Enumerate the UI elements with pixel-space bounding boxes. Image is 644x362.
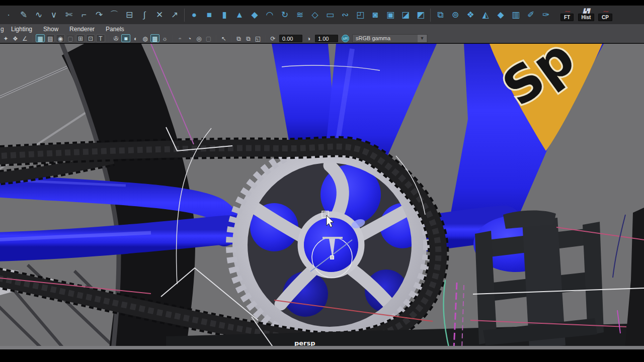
- separator: [108, 35, 109, 42]
- edit-point-icon[interactable]: ·: [3, 9, 15, 22]
- boundary-icon[interactable]: ◙: [369, 9, 381, 22]
- perspective-viewport[interactable]: Sp: [0, 44, 644, 349]
- textured-icon[interactable]: ▩: [150, 34, 159, 42]
- loft-icon[interactable]: ≋: [294, 9, 306, 22]
- detach-curve-icon[interactable]: ⊟: [123, 9, 135, 22]
- pen-surface-icon[interactable]: ✑: [540, 9, 552, 22]
- revolve-icon[interactable]: ↻: [279, 9, 291, 22]
- film-gate-icon[interactable]: ▤: [46, 34, 55, 42]
- gate-mask-icon[interactable]: ▢: [66, 34, 75, 42]
- redirect-curve-icon[interactable]: ↷: [93, 9, 105, 22]
- separator: [32, 35, 33, 42]
- snap-icon[interactable]: ❖: [11, 34, 20, 42]
- safe-title-icon[interactable]: T: [96, 34, 105, 42]
- extrude-icon[interactable]: ▭: [324, 9, 336, 22]
- menu-panels[interactable]: Panels: [101, 25, 129, 33]
- separator: [172, 35, 173, 42]
- separator: [216, 35, 216, 42]
- camera-label: persp: [294, 339, 315, 347]
- separator: [265, 35, 266, 42]
- arc-tool-icon[interactable]: ⌒: [108, 9, 120, 22]
- antialiasing-icon[interactable]: ◎: [195, 34, 203, 42]
- grid-icon[interactable]: ▦: [36, 34, 45, 42]
- sculpt-surface-icon[interactable]: ◆: [495, 9, 507, 22]
- hist-label: Hist: [578, 14, 595, 21]
- resolution-gate-icon[interactable]: ◉: [56, 34, 65, 42]
- chevron-down-icon: ▼: [418, 35, 427, 42]
- menu-renderer[interactable]: Renderer: [65, 25, 99, 33]
- exposure-field[interactable]: 0.00: [279, 35, 302, 42]
- shelf-icon-group: ·✎∿∨✄⌐↷⌒⊟∫✕↗●■▮▲◆◠↻≋◇▭∾◰◙▣◪◩⧉⊚❖◭◆▥✐✑: [1, 9, 553, 22]
- square-surface-icon[interactable]: ▣: [384, 9, 396, 22]
- paint-tool-icon[interactable]: ✐: [525, 9, 537, 22]
- view-transform-dropdown[interactable]: sRGB gamma ▼: [352, 34, 428, 43]
- fillet-surface-icon[interactable]: ⊚: [449, 9, 461, 22]
- knife-curve-icon[interactable]: ✄: [63, 9, 75, 22]
- nurbs-torus-icon[interactable]: ◆: [249, 9, 261, 22]
- shelf-toolbar: ·✎∿∨✄⌐↷⌒⊟∫✕↗●■▮▲◆◠↻≋◇▭∾◰◙▣◪◩⧉⊚❖◭◆▥✐✑ ⌢⌣ …: [0, 6, 644, 24]
- smooth-shade-icon[interactable]: ◐: [131, 34, 140, 42]
- curve-graph-icon: ⌢⌣: [603, 9, 608, 14]
- separator: [231, 35, 231, 42]
- intersect-surface-icon[interactable]: ❖: [464, 9, 476, 22]
- top-letterbox-bar: [0, 0, 644, 6]
- trim-icon[interactable]: ◪: [399, 9, 412, 22]
- safe-action-icon[interactable]: ⊡: [86, 34, 95, 42]
- menu-lighting[interactable]: Lighting: [7, 25, 37, 33]
- contrast-icon[interactable]: ◑: [304, 34, 313, 42]
- maya-window: ·✎∿∨✄⌐↷⌒⊟∫✕↗●■▮▲◆◠↻≋◇▭∾◰◙▣◪◩⧉⊚❖◭◆▥✐✑ ⌢⌣ …: [0, 0, 644, 362]
- ao-icon[interactable]: ◔: [185, 34, 194, 42]
- shelf-labelled-group: ⌢⌣ FT ▙▜ Hist ⌢⌣ CP: [558, 9, 614, 21]
- ft-label: FT: [560, 14, 574, 21]
- nurbs-circle-icon[interactable]: ◠: [264, 9, 276, 22]
- panel-menu-bar: g Lighting Show Renderer Panels: [0, 24, 644, 34]
- bevel-icon[interactable]: ◰: [354, 9, 366, 22]
- curve-v-icon[interactable]: ∨: [48, 9, 60, 22]
- cp-label: CP: [598, 14, 612, 21]
- lights-icon[interactable]: ☼: [160, 34, 169, 42]
- project-curve-icon[interactable]: ⧉: [434, 9, 446, 22]
- wireframe-on-shaded-icon[interactable]: ◍: [141, 34, 149, 42]
- columns-icon[interactable]: ▥: [510, 9, 522, 22]
- birail-icon[interactable]: ∾: [339, 9, 351, 22]
- cp-shelf-button[interactable]: ⌢⌣ CP: [597, 9, 614, 21]
- select-tool-icon[interactable]: ↖: [219, 34, 228, 42]
- nurbs-cube-icon[interactable]: ■: [203, 9, 215, 22]
- ft-shelf-button[interactable]: ⌢⌣ FT: [558, 9, 576, 21]
- viewport-bottom-strip: [0, 346, 644, 349]
- shaded-display-icon[interactable]: ■: [121, 34, 130, 42]
- hook-curve-icon[interactable]: ⌐: [78, 9, 90, 22]
- hist-shelf-button[interactable]: ▙▜ Hist: [578, 9, 595, 21]
- extend-curve-icon[interactable]: ↗: [169, 9, 181, 22]
- isolate-select-icon[interactable]: ⧉: [234, 34, 243, 42]
- view-transform-value: sRGB gamma: [353, 35, 418, 41]
- nurbs-cylinder-icon[interactable]: ▮: [218, 9, 230, 22]
- panel-toolbar: ✦❖∠▦▤◉▢⊞⊡T✇■◐◍▩☼◓◔◎▢↖⧉⧉◱⟳ 0.00 ◑ 1.00 sR…: [0, 34, 644, 43]
- panel-toolbar-icons: ✦❖∠▦▤◉▢⊞⊡T✇■◐◍▩☼◓◔◎▢↖⧉⧉◱⟳: [1, 34, 278, 42]
- stitch-surface-icon[interactable]: ◭: [479, 9, 492, 22]
- untrim-icon[interactable]: ◩: [415, 9, 427, 22]
- pencil-curve-icon[interactable]: ✎: [18, 9, 30, 22]
- nurbs-sphere-icon[interactable]: ●: [188, 9, 200, 22]
- menu-show[interactable]: Show: [39, 25, 63, 33]
- angle-snap-icon[interactable]: ∠: [21, 34, 29, 42]
- curve-graph-icon: ⌢⌣: [565, 9, 570, 14]
- flare-icon[interactable]: ✦: [2, 34, 10, 42]
- field-chart-icon[interactable]: ⊞: [76, 34, 85, 42]
- camera-settings-icon[interactable]: ✇: [112, 34, 120, 42]
- attach-curve-icon[interactable]: ∫: [138, 9, 150, 22]
- pane-resize-icon[interactable]: ◱: [254, 34, 262, 42]
- shadows-icon[interactable]: ◓: [176, 34, 184, 42]
- exposure-icon[interactable]: ⟳: [269, 34, 277, 42]
- motion-blur-icon[interactable]: ▢: [204, 34, 213, 42]
- nurbs-cone-icon[interactable]: ▲: [233, 9, 246, 22]
- planar-icon[interactable]: ◇: [309, 9, 321, 22]
- gamma-field[interactable]: 1.00: [315, 35, 338, 42]
- bottom-letterbox-bar: [0, 349, 644, 362]
- color-management-icon[interactable]: sR: [342, 35, 349, 42]
- cut-curve-icon[interactable]: ✕: [153, 9, 166, 22]
- separator: [430, 9, 431, 22]
- add-point-icon[interactable]: ∿: [33, 9, 45, 22]
- separator: [184, 9, 185, 22]
- tear-off-copy-icon[interactable]: ⧉: [244, 34, 253, 42]
